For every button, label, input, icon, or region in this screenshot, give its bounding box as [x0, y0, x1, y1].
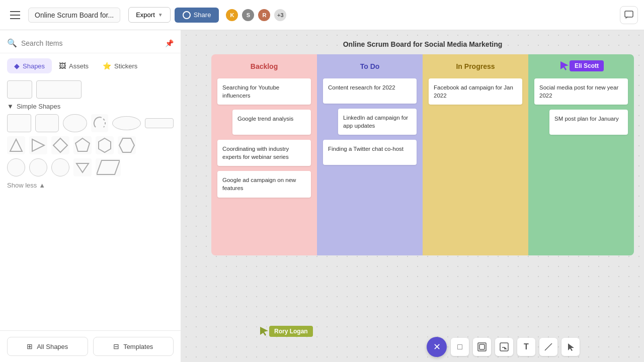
shape-rect-wide[interactable] [36, 80, 82, 99]
card-backlog-3[interactable]: Coordinating with industry experts for w… [217, 140, 311, 166]
shape-circle-sm3[interactable] [51, 158, 69, 176]
search-input[interactable] [21, 39, 161, 47]
card-done-1[interactable]: Social media post for new year 2022 [534, 78, 628, 105]
svg-marker-1 [10, 139, 22, 151]
cursor-eli: Eli Scott [559, 60, 604, 71]
globe-icon [183, 11, 191, 19]
shape-rounded-rect[interactable] [35, 114, 59, 132]
share-button[interactable]: Share [175, 8, 219, 23]
svg-marker-3 [53, 138, 67, 152]
svg-marker-6 [119, 138, 134, 152]
shape-triangle-right[interactable] [29, 136, 47, 154]
shapes-grid: ▼ Simple Shapes [0, 75, 181, 330]
show-less-label: Show less [7, 182, 37, 189]
shape-square-outline[interactable] [7, 80, 32, 99]
select-tool-button[interactable] [561, 338, 580, 356]
board-main-title: Online Scrum Board for Social Media Mark… [211, 40, 634, 48]
close-button[interactable]: ✕ [427, 337, 447, 357]
avatar-1: K [225, 8, 239, 22]
tab-stickers[interactable]: ⭐ Stickers [96, 58, 144, 73]
templates-icon: ⊟ [113, 342, 119, 350]
comment-icon [624, 11, 633, 20]
avatars-group: K S R +3 [225, 8, 287, 22]
svg-marker-2 [32, 139, 44, 151]
sticky-tool-button[interactable] [495, 338, 513, 356]
templates-button[interactable]: ⊟ Templates [93, 337, 174, 356]
shape-thin-rect[interactable] [145, 118, 174, 128]
shape-ellipse[interactable] [112, 116, 141, 130]
svg-marker-5 [99, 138, 111, 152]
bottom-panel: ⊞ All Shapes ⊟ Templates [0, 330, 181, 362]
shape-row-top [7, 80, 174, 99]
shape-square[interactable] [7, 114, 31, 132]
col-inprogress-header: In Progress [429, 62, 522, 70]
col-todo: To Do Content research for 2022 LinkedIn… [317, 54, 423, 255]
shape-diamond[interactable] [51, 136, 69, 154]
card-inprogress-1[interactable]: Facebook ad campaign for Jan 2022 [429, 78, 522, 105]
rory-cursor-icon [259, 326, 269, 336]
svg-marker-7 [76, 163, 89, 172]
show-less-button[interactable]: Show less ▲ [7, 182, 174, 189]
shape-circle[interactable] [63, 114, 87, 132]
shape-arc[interactable] [91, 114, 108, 132]
shape-circle-sm[interactable] [7, 158, 25, 176]
shapes-icon: ◆ [14, 62, 20, 70]
stickers-icon: ⭐ [103, 62, 111, 70]
chevron-up-icon: ▲ [39, 182, 45, 189]
shape-triangle-up[interactable] [7, 136, 25, 154]
shape-parallelogram[interactable] [96, 158, 121, 176]
tab-assets[interactable]: 🖼 Assets [52, 58, 96, 73]
col-todo-header: To Do [323, 62, 417, 70]
show-less-row: Show less ▲ [7, 182, 174, 189]
avatar-more[interactable]: +3 [273, 8, 287, 22]
avatar-2: S [241, 8, 255, 22]
main-layout: 🔍 📌 ◆ Shapes 🖼 Assets ⭐ Stickers [0, 30, 644, 362]
section-label-simple[interactable]: ▼ Simple Shapes [7, 103, 174, 110]
svg-marker-10 [260, 327, 268, 336]
frame-tool-button[interactable] [473, 338, 491, 356]
card-backlog-1[interactable]: Searching for Youtube influencers [217, 78, 311, 105]
all-shapes-label: All Shapes [37, 343, 68, 350]
svg-rect-13 [500, 343, 508, 351]
card-done-2[interactable]: SM post plan for January [549, 110, 628, 135]
board-title[interactable]: Online Scrum Board for... [28, 8, 120, 23]
canvas-area[interactable]: Online Scrum Board for Social Media Mark… [181, 30, 644, 362]
assets-icon: 🖼 [59, 62, 66, 70]
search-icon: 🔍 [7, 38, 17, 48]
card-todo-1[interactable]: Content research for 2022 [323, 78, 417, 104]
svg-marker-9 [560, 61, 569, 70]
card-todo-3[interactable]: Finding a Twitter chat co-host [323, 140, 417, 165]
col-backlog-header: Backlog [217, 62, 311, 70]
tab-shapes[interactable]: ◆ Shapes [7, 58, 52, 73]
card-todo-2[interactable]: LinkedIn ad campaign for app updates [338, 109, 417, 135]
left-panel: 🔍 📌 ◆ Shapes 🖼 Assets ⭐ Stickers [0, 30, 181, 362]
svg-rect-12 [479, 344, 485, 349]
col-backlog: Backlog Searching for Youtube influencer… [211, 54, 317, 255]
avatar-3: R [257, 8, 271, 22]
rectangle-tool-button[interactable]: □ [451, 338, 469, 356]
shape-pentagon[interactable] [73, 136, 92, 154]
pin-icon[interactable]: 📌 [165, 39, 174, 47]
shape-chevron-down[interactable] [73, 158, 92, 176]
tabs-row: ◆ Shapes 🖼 Assets ⭐ Stickers [0, 53, 181, 75]
topbar: Online Scrum Board for... Export ▼ Share… [0, 0, 644, 30]
tab-assets-label: Assets [69, 62, 89, 70]
shape-circle-sm2[interactable] [29, 158, 47, 176]
shape-row-1 [7, 114, 174, 132]
col-inprogress: In Progress Facebook ad campaign for Jan… [423, 54, 528, 255]
text-tool-button[interactable]: T [517, 338, 535, 356]
export-button[interactable]: Export ▼ [128, 7, 170, 23]
col-done: Done Social media post for new year 2022… [528, 54, 634, 255]
scrum-board: Online Scrum Board for Social Media Mark… [211, 40, 634, 255]
svg-marker-4 [75, 138, 90, 151]
card-backlog-2[interactable]: Google trend analysis [232, 110, 311, 135]
all-shapes-button[interactable]: ⊞ All Shapes [7, 337, 88, 356]
shape-hexagon[interactable] [96, 136, 114, 154]
shape-hexagon-alt[interactable] [118, 136, 136, 154]
collapse-icon: ▼ [7, 103, 14, 110]
card-backlog-4[interactable]: Google ad campaign on new features [217, 171, 311, 197]
menu-button[interactable] [6, 6, 24, 24]
shape-row-3 [7, 158, 174, 176]
comment-button[interactable] [620, 6, 638, 24]
line-tool-button[interactable] [539, 338, 557, 356]
